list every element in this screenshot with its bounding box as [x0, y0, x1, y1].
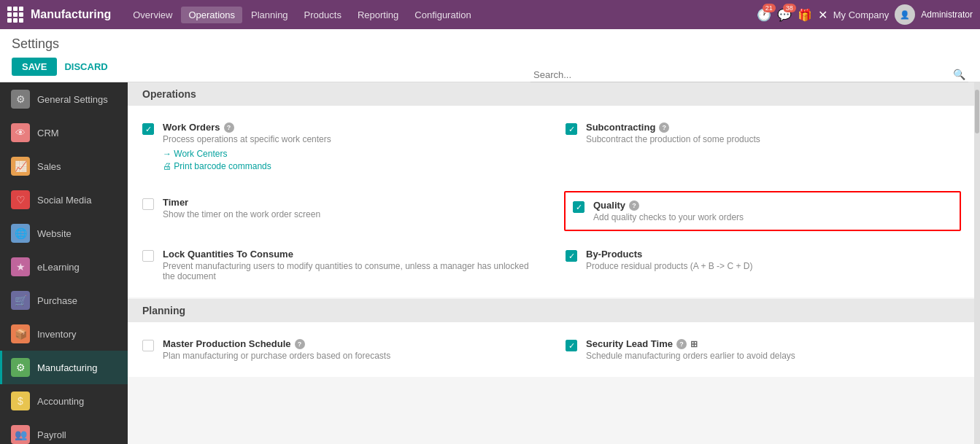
- sidebar-item-website[interactable]: 🌐 Website: [0, 217, 128, 250]
- master-production-help-icon[interactable]: ?: [295, 339, 305, 349]
- work-centers-link[interactable]: → Work Centers: [163, 149, 536, 159]
- lock-quantities-content: Lock Quantities To Consume Prevent manuf…: [163, 249, 536, 281]
- sidebar-item-crm[interactable]: 👁 CRM: [0, 116, 128, 149]
- save-button[interactable]: SAVE: [12, 58, 57, 76]
- sidebar-item-inventory[interactable]: 📦 Inventory: [0, 317, 128, 351]
- website-icon: 🌐: [11, 224, 30, 243]
- work-orders-checkbox-wrap: [142, 123, 154, 135]
- by-products-checkbox-wrap: [566, 250, 577, 262]
- sidebar-label-manufacturing: Manufacturing: [37, 362, 97, 373]
- planning-section-header: Planning: [128, 299, 974, 322]
- timer-checkbox-wrap: [142, 198, 154, 210]
- sidebar-item-payroll[interactable]: 👥 Payroll: [0, 418, 128, 444]
- work-orders-title: Work Orders ?: [163, 122, 536, 133]
- lock-quantities-title: Lock Quantities To Consume: [163, 249, 536, 260]
- sidebar-label-accounting: Accounting: [37, 396, 84, 407]
- quality-help-icon[interactable]: ?: [629, 200, 639, 211]
- clock-badge: 21: [763, 4, 776, 12]
- master-production-checkbox-wrap: [142, 340, 154, 351]
- sidebar: ⚙ General Settings 👁 CRM 📈 Sales ♡ Socia…: [0, 82, 128, 444]
- timer-content: Timer Show the timer on the work order s…: [163, 197, 536, 219]
- navbar-right: 🕐 21 💬 38 🎁 ✕ My Company 👤 Administrator: [757, 4, 973, 25]
- quality-checkbox[interactable]: [573, 201, 584, 213]
- payroll-icon: 👥: [11, 425, 30, 444]
- security-lead-time-help-icon[interactable]: ?: [676, 339, 687, 349]
- accounting-icon: $: [11, 392, 30, 410]
- general-icon: ⚙: [11, 90, 30, 109]
- subcontracting-content: Subcontracting ? Subcontract the product…: [586, 122, 960, 144]
- sidebar-item-social-media[interactable]: ♡ Social Media: [0, 183, 128, 217]
- sidebar-label-elearning: eLearning: [37, 262, 80, 273]
- work-orders-help-icon[interactable]: ?: [224, 122, 234, 133]
- sidebar-item-general[interactable]: ⚙ General Settings: [0, 82, 128, 116]
- security-lead-time-checkbox[interactable]: [566, 340, 577, 351]
- nav-operations[interactable]: Operations: [181, 7, 242, 23]
- work-orders-desc: Process operations at specific work cent…: [163, 134, 536, 144]
- sidebar-item-purchase[interactable]: 🛒 Purchase: [0, 284, 128, 317]
- work-orders-links: → Work Centers 🖨 Print barcode commands: [163, 149, 536, 171]
- crm-icon: 👁: [11, 123, 30, 142]
- inventory-icon: 📦: [11, 324, 30, 343]
- operations-section-header: Operations: [128, 82, 974, 106]
- setting-subcontracting: Subcontracting ? Subcontract the product…: [566, 117, 960, 178]
- app-switcher-icon[interactable]: [7, 7, 23, 23]
- sidebar-label-inventory: Inventory: [37, 329, 76, 340]
- subcontracting-checkbox[interactable]: [566, 123, 577, 135]
- sidebar-item-elearning[interactable]: ★ eLearning: [0, 250, 128, 284]
- sidebar-label-sales: Sales: [37, 161, 61, 172]
- sidebar-item-manufacturing[interactable]: ⚙ Manufacturing: [0, 351, 128, 384]
- content-area: Operations Work Orders ? Proces: [128, 82, 974, 444]
- setting-by-products: By-Products Produce residual products (A…: [566, 244, 960, 286]
- user-name: Administrator: [921, 9, 973, 20]
- app-brand: Manufacturing: [31, 8, 111, 21]
- manufacturing-icon: ⚙: [11, 358, 30, 377]
- page-title: Settings: [12, 36, 968, 52]
- subcontracting-help-icon[interactable]: ?: [659, 122, 669, 133]
- lock-quantities-checkbox[interactable]: [142, 250, 154, 262]
- sidebar-label-general: General Settings: [37, 94, 108, 105]
- gift-icon-btn[interactable]: 🎁: [798, 8, 812, 22]
- setting-work-orders: Work Orders ? Process operations at spec…: [142, 117, 536, 178]
- sidebar-label-payroll: Payroll: [37, 429, 66, 440]
- discard-button[interactable]: DISCARD: [64, 61, 107, 72]
- by-products-title: By-Products: [586, 249, 960, 260]
- lock-quantities-desc: Prevent manufacturing users to modify qu…: [163, 261, 536, 281]
- by-products-checkbox[interactable]: [566, 250, 577, 262]
- chat-icon-btn[interactable]: 💬 38: [777, 8, 792, 22]
- user-avatar[interactable]: 👤: [895, 4, 915, 25]
- timer-checkbox[interactable]: [142, 198, 154, 210]
- setting-timer: Timer Show the timer on the work order s…: [142, 192, 536, 230]
- clock-icon-btn[interactable]: 🕐 21: [757, 8, 771, 22]
- setting-master-production: Master Production Schedule ? Plan manufa…: [142, 334, 536, 365]
- scrollbar-thumb[interactable]: [975, 90, 979, 133]
- sidebar-label-website: Website: [37, 228, 72, 239]
- elearning-icon: ★: [11, 257, 30, 276]
- print-barcode-link[interactable]: 🖨 Print barcode commands: [163, 161, 536, 171]
- search-icon[interactable]: 🔍: [953, 69, 965, 80]
- master-production-desc: Plan manufacturing or purchase orders ba…: [163, 351, 536, 361]
- nav-planning[interactable]: Planning: [244, 7, 296, 23]
- subcontracting-desc: Subcontract the production of some produ…: [586, 134, 960, 144]
- scrollbar[interactable]: [974, 82, 980, 444]
- navbar-menu: Overview Operations Planning Products Re…: [126, 7, 749, 23]
- setting-quality: Quality ? Add quality checks to your wor…: [564, 191, 961, 231]
- subcontracting-checkbox-wrap: [566, 123, 577, 135]
- close-icon-btn[interactable]: ✕: [818, 8, 827, 22]
- navbar: Manufacturing Overview Operations Planni…: [0, 0, 980, 29]
- search-input[interactable]: [533, 69, 953, 80]
- sidebar-item-sales[interactable]: 📈 Sales: [0, 149, 128, 183]
- quality-desc: Add quality checks to your work orders: [593, 212, 952, 222]
- nav-reporting[interactable]: Reporting: [350, 7, 406, 23]
- master-production-checkbox[interactable]: [142, 340, 154, 351]
- master-production-content: Master Production Schedule ? Plan manufa…: [163, 338, 536, 361]
- work-orders-checkbox[interactable]: [142, 123, 154, 135]
- nav-configuration[interactable]: Configuration: [407, 7, 478, 23]
- nav-products[interactable]: Products: [297, 7, 349, 23]
- nav-overview[interactable]: Overview: [126, 7, 180, 23]
- security-lead-time-title: Security Lead Time ? ⊞: [586, 338, 960, 349]
- sidebar-item-accounting[interactable]: $ Accounting: [0, 384, 128, 418]
- master-production-title: Master Production Schedule ?: [163, 338, 536, 349]
- chat-badge: 38: [783, 4, 796, 12]
- lock-quantities-checkbox-wrap: [142, 250, 154, 262]
- company-name[interactable]: My Company: [833, 9, 890, 20]
